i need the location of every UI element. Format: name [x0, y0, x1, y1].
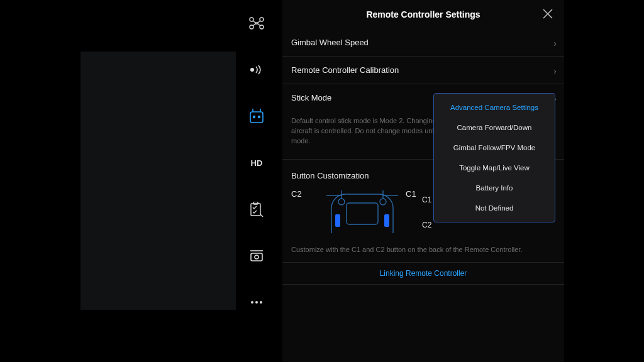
settings-sidebar: HD — [236, 0, 277, 362]
row-label: Stick Mode — [291, 93, 331, 102]
customization-hint: Customize with the C1 and C2 button on t… — [282, 242, 564, 262]
svg-point-21 — [380, 199, 386, 205]
svg-rect-14 — [251, 253, 262, 261]
rc-back-graphic — [326, 189, 398, 234]
svg-rect-26 — [335, 214, 340, 227]
popover-item-battery-info[interactable]: Battery Info — [434, 178, 555, 198]
hd-icon[interactable]: HD — [247, 153, 266, 172]
svg-point-18 — [260, 301, 262, 304]
svg-rect-7 — [250, 112, 263, 123]
button-function-popover: Advanced Camera Settings Camera Forward/… — [433, 93, 555, 222]
gimbal-camera-icon[interactable] — [247, 246, 266, 265]
popover-item-camera-forward-down[interactable]: Camera Forward/Down — [434, 118, 555, 138]
rc-icon[interactable] — [247, 107, 266, 126]
svg-point-8 — [253, 116, 255, 118]
svg-line-12 — [260, 214, 263, 217]
popover-item-not-defined[interactable]: Not Defined — [434, 198, 555, 218]
hd-label: HD — [251, 158, 263, 168]
close-icon[interactable] — [540, 6, 555, 21]
svg-point-15 — [255, 255, 258, 259]
svg-point-17 — [255, 301, 258, 304]
camera-feed-placeholder — [80, 52, 236, 310]
svg-rect-27 — [384, 214, 389, 227]
svg-point-20 — [338, 199, 345, 205]
row-label: Gimbal Wheel Speed — [291, 38, 369, 47]
signal-icon[interactable] — [247, 60, 266, 79]
more-icon[interactable] — [247, 293, 266, 312]
svg-point-4 — [250, 68, 254, 72]
c2-assignment-label[interactable]: C2 — [422, 221, 431, 229]
popover-item-gimbal-follow-fpv[interactable]: Gimbal Follow/FPV Mode — [434, 138, 555, 158]
c2-graphic-label: C2 — [291, 189, 302, 199]
svg-point-9 — [258, 116, 260, 118]
svg-rect-11 — [253, 202, 258, 204]
popover-item-advanced-camera[interactable]: Advanced Camera Settings — [434, 97, 555, 118]
linking-rc-label: Linking Remote Controller — [380, 269, 467, 278]
chevron-right-icon: › — [553, 65, 557, 75]
row-rc-calibration[interactable]: Remote Controller Calibration › — [282, 57, 564, 84]
row-gimbal-wheel-speed[interactable]: Gimbal Wheel Speed › — [282, 29, 564, 57]
chevron-right-icon: › — [553, 37, 557, 48]
popover-item-toggle-map-live[interactable]: Toggle Map/Live View — [434, 158, 555, 178]
c1-assignment-label[interactable]: C1 — [422, 195, 431, 204]
panel-header: Remote Controller Settings — [282, 0, 564, 29]
svg-rect-19 — [347, 203, 378, 224]
panel-title: Remote Controller Settings — [366, 9, 480, 19]
svg-point-16 — [251, 301, 253, 304]
row-label: Remote Controller Calibration — [291, 65, 399, 75]
c1-graphic-label: C1 — [406, 189, 416, 199]
linking-rc-button[interactable]: Linking Remote Controller — [282, 262, 564, 285]
battery-checklist-icon[interactable] — [247, 200, 266, 219]
aircraft-icon[interactable] — [247, 14, 266, 33]
svg-rect-10 — [251, 204, 260, 216]
